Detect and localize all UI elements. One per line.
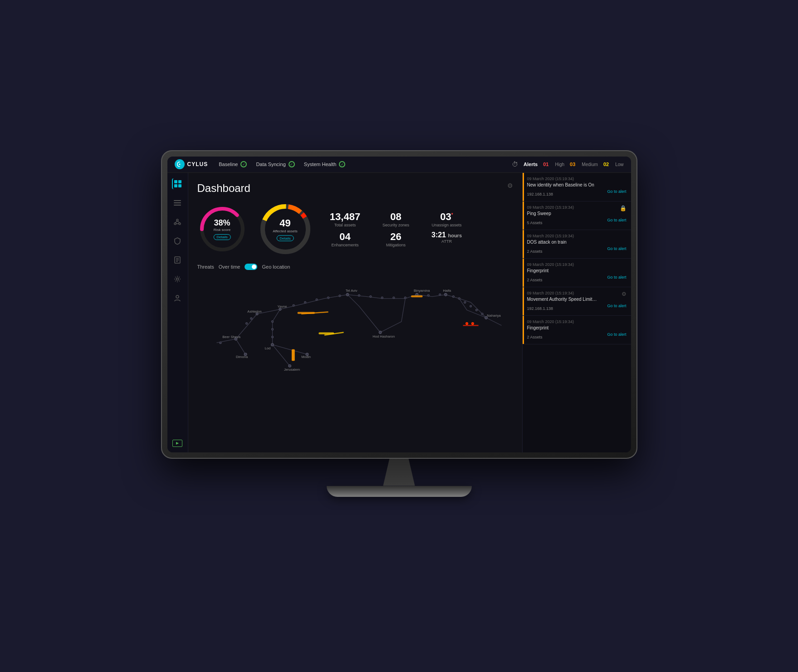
monitor-outer: CYLUS Baseline Data Syncing System Healt… (161, 150, 637, 459)
main-content: ▶ Dashboard ⚙ (167, 173, 631, 452)
svg-point-34 (245, 322, 247, 324)
svg-rect-3 (174, 184, 177, 187)
alert-title-4: Movement Authority Speed Limit… (527, 297, 627, 302)
svg-point-10 (179, 223, 181, 225)
monitor-wrapper: CYLUS Baseline Data Syncing System Healt… (150, 150, 649, 522)
affected-label: Affected assets (273, 229, 298, 233)
alert-footer-4: 192.168.1.138 Go to alert (527, 304, 627, 312)
alert-high-badge: 01 (543, 162, 548, 167)
alert-card-3[interactable]: 09 March 2020 (15:19:34) Fingerprint 2 A… (523, 259, 631, 287)
risk-details-btn[interactable]: Details (213, 234, 230, 240)
enhancements-label: Enhancements (331, 243, 358, 247)
nav-items: Baseline Data Syncing System Health (219, 161, 512, 167)
dashboard-content: Dashboard ⚙ (188, 173, 522, 452)
threats-section: Threats Over time Geo location (197, 264, 513, 448)
threat-bar-2 (411, 295, 422, 297)
logo: CYLUS (175, 159, 208, 169)
svg-point-60 (271, 336, 273, 338)
alert-info-1: 5 Assets (527, 221, 543, 225)
alert-go-5[interactable]: Go to alert (607, 332, 626, 337)
dashboard-main: Dashboard ⚙ (188, 173, 631, 452)
svg-point-69 (471, 322, 474, 324)
alert-footer-5: 2 Assets Go to alert (527, 332, 627, 340)
alert-high-label: High (555, 162, 564, 167)
alert-low-label: Low (615, 162, 623, 167)
alert-card-1[interactable]: 🔒 09 March 2020 (15:19:34) Ping Sweep 5 … (523, 201, 631, 230)
total-assets-value: 13,487 (330, 211, 360, 223)
svg-point-39 (327, 297, 329, 299)
threat-bar-3 (318, 332, 334, 334)
stat-security-zones: 08 Security zones (374, 211, 418, 227)
clock-icon: ⏱ (512, 161, 518, 168)
alert-go-0[interactable]: Go to alert (607, 189, 626, 194)
alert-go-3[interactable]: Go to alert (607, 275, 626, 280)
security-zones-label: Security zones (382, 223, 409, 227)
svg-point-44 (381, 297, 383, 299)
svg-point-45 (392, 297, 394, 299)
svg-point-42 (358, 294, 360, 296)
svg-point-43 (369, 295, 371, 297)
alerts-panel: 09 March 2020 (15:19:34) New identity wh… (522, 173, 631, 452)
alert-card-4[interactable]: ⚙ 09 March 2020 (15:19:34) Movement Auth… (523, 287, 631, 316)
monitor-neck (367, 459, 431, 486)
city-lod: Lod (264, 346, 270, 350)
sidebar-item-settings[interactable] (172, 274, 183, 284)
alert-go-2[interactable]: Go to alert (607, 246, 626, 251)
mitigations-label: Mitigations (386, 243, 406, 247)
alert-card-2[interactable]: 09 March 2020 (15:19:34) DOS attack on t… (523, 230, 631, 259)
dashboard-settings-icon[interactable]: ⚙ (507, 182, 513, 189)
svg-point-50 (444, 293, 447, 296)
sidebar-item-profile[interactable] (172, 293, 183, 304)
sidebar-item-list[interactable] (172, 197, 183, 208)
risk-label: Risk score (213, 228, 230, 232)
sidebar-item-reports[interactable] (172, 255, 183, 265)
alert-timestamp-1: 09 March 2020 (15:19:34) (527, 205, 627, 210)
stat-attr: 3:21 hours ATTR (425, 231, 469, 247)
sidebar-item-shield[interactable] (172, 235, 183, 246)
svg-point-8 (176, 219, 178, 221)
nav-item-baseline[interactable]: Baseline (219, 161, 247, 167)
stat-mitigations: 26 Mitigations (374, 231, 418, 247)
over-time-toggle[interactable] (245, 264, 257, 270)
city-ashkelon: Ashkelon (247, 309, 261, 314)
svg-point-68 (465, 322, 468, 324)
risk-score-label: 38% Risk score Details (213, 218, 230, 240)
nav-item-systemhealth[interactable]: System Health (304, 161, 346, 167)
sidebar: ▶ (167, 173, 188, 452)
nav-item-datasyncing[interactable]: Data Syncing (256, 161, 294, 167)
alert-medium-badge: 03 (570, 162, 575, 167)
stat-unassign-assets: 03* Unassign assets (425, 211, 469, 227)
alert-footer-2: 2 Assets Go to alert (527, 246, 627, 255)
systemhealth-status (339, 161, 345, 167)
svg-point-40 (338, 294, 340, 296)
alert-card-0[interactable]: 09 March 2020 (15:19:34) New identity wh… (523, 173, 631, 201)
attr-value: 3:21 hours (431, 231, 462, 239)
terminal-icon[interactable]: ▶ (172, 440, 182, 447)
stats-row: 38% Risk score Details (197, 202, 513, 256)
sidebar-item-network[interactable] (172, 216, 183, 227)
alert-info-5: 2 Assets (527, 335, 543, 339)
svg-rect-1 (174, 180, 177, 183)
sidebar-item-dashboard[interactable] (172, 178, 183, 189)
svg-point-38 (316, 299, 318, 300)
svg-point-52 (458, 297, 460, 299)
svg-point-51 (452, 295, 454, 297)
affected-details-btn[interactable]: Details (276, 235, 294, 241)
threats-header: Threats Over time Geo location (197, 264, 513, 270)
svg-rect-5 (174, 200, 181, 201)
svg-point-48 (427, 294, 429, 296)
alert-go-4[interactable]: Go to alert (607, 304, 626, 308)
total-assets-label: Total assets (334, 223, 356, 227)
alert-go-1[interactable]: Go to alert (607, 218, 626, 222)
svg-point-18 (176, 278, 179, 280)
alerts-section: ⏱ Alerts 01 High 03 Medium 02 Low (512, 161, 623, 168)
affected-assets-chart: 49 Affected assets Details (258, 202, 313, 256)
alert-card-5[interactable]: 09 March 2020 (15:19:34) Fingerprint 2 A… (523, 316, 631, 344)
stats-grid: 13,487 Total assets 08 Security zones 03… (323, 211, 469, 247)
svg-rect-6 (174, 202, 181, 203)
geo-location-label: Geo location (262, 264, 290, 270)
alert-medium-label: Medium (582, 162, 598, 167)
attr-label: ATTR (441, 239, 452, 244)
alert-info-0: 192.168.1.138 (527, 192, 553, 196)
svg-point-65 (219, 342, 221, 343)
